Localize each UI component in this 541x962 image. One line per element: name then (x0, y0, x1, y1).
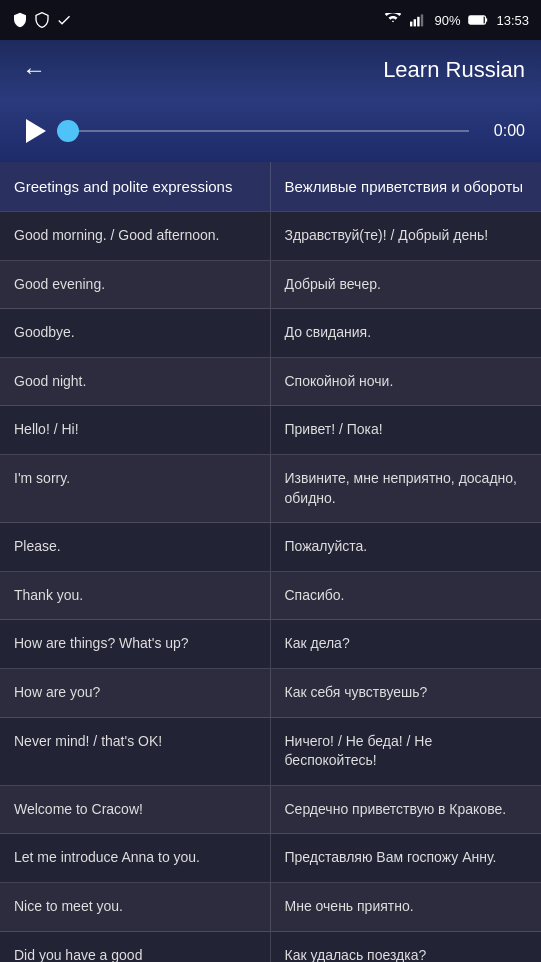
play-icon (26, 119, 46, 143)
progress-line (68, 130, 469, 132)
cell-russian: Спокойной ночи. (271, 358, 542, 406)
table-row[interactable]: How are you?Как себя чувствуешь? (0, 669, 541, 718)
cell-english: Good evening. (0, 261, 271, 309)
cell-english: How are you? (0, 669, 271, 717)
back-arrow-icon: ← (22, 56, 46, 84)
cell-russian: До свидания. (271, 309, 542, 357)
svg-rect-5 (470, 17, 483, 24)
battery-text: 90% (434, 13, 460, 28)
cell-russian: Представляю Вам госпожу Анну. (271, 834, 542, 882)
cell-english: Never mind! / that's OK! (0, 718, 271, 785)
cell-english: How are things? What's up? (0, 620, 271, 668)
svg-rect-3 (421, 14, 423, 26)
cell-russian: Извините, мне неприятно, досадно, обидно… (271, 455, 542, 522)
cell-english: Hello! / Hi! (0, 406, 271, 454)
table-row[interactable]: Never mind! / that's OK!Ничего! / Не бед… (0, 718, 541, 786)
table-header-row: Greetings and polite expressions Вежливы… (0, 162, 541, 212)
shield-icon-1 (12, 12, 28, 28)
signal-icon (410, 13, 426, 27)
table-row[interactable]: Did you have a goodКак удалась поездка? (0, 932, 541, 963)
cell-english: Let me introduce Anna to you. (0, 834, 271, 882)
player-bar: 0:00 (0, 100, 541, 162)
battery-icon (468, 14, 488, 26)
shield-icon-2 (34, 12, 50, 28)
table-row[interactable]: How are things? What's up?Как дела? (0, 620, 541, 669)
cell-russian: Ничего! / Не беда! / Не беспокойтесь! (271, 718, 542, 785)
timer-display: 0:00 (485, 122, 525, 140)
header-cell-en: Greetings and polite expressions (0, 162, 271, 211)
table-row[interactable]: Goodbye.До свидания. (0, 309, 541, 358)
cell-english: Good night. (0, 358, 271, 406)
cell-russian: Здравствуй(те)! / Добрый день! (271, 212, 542, 260)
phrase-table: Greetings and polite expressions Вежливы… (0, 162, 541, 212)
cell-english: Nice to meet you. (0, 883, 271, 931)
cell-english: Welcome to Cracow! (0, 786, 271, 834)
cell-english: Goodbye. (0, 309, 271, 357)
table-row[interactable]: I'm sorry.Извините, мне неприятно, досад… (0, 455, 541, 523)
progress-bar[interactable] (68, 130, 469, 132)
check-icon (56, 12, 72, 28)
cell-english: Did you have a good (0, 932, 271, 963)
status-bar: 90% 13:53 (0, 0, 541, 40)
cell-english: Thank you. (0, 572, 271, 620)
cell-russian: Пожалуйста. (271, 523, 542, 571)
svg-rect-1 (414, 19, 416, 26)
table-row[interactable]: Good night.Спокойной ночи. (0, 358, 541, 407)
play-button[interactable] (16, 113, 52, 149)
status-icons (12, 12, 72, 28)
cell-russian: Спасибо. (271, 572, 542, 620)
cell-russian: Как дела? (271, 620, 542, 668)
cell-english: Good morning. / Good afternoon. (0, 212, 271, 260)
progress-handle[interactable] (57, 120, 79, 142)
table-row[interactable]: Hello! / Hi!Привет! / Пока! (0, 406, 541, 455)
status-right: 90% 13:53 (384, 13, 529, 28)
cell-russian: Как удалась поездка? (271, 932, 542, 963)
app-header: ← Learn Russian (0, 40, 541, 100)
svg-rect-0 (410, 22, 412, 27)
page-title: Learn Russian (383, 57, 525, 83)
cell-russian: Привет! / Пока! (271, 406, 542, 454)
table-row[interactable]: Good morning. / Good afternoon.Здравству… (0, 212, 541, 261)
cell-russian: Как себя чувствуешь? (271, 669, 542, 717)
time-display: 13:53 (496, 13, 529, 28)
svg-rect-2 (418, 17, 420, 27)
phrase-rows: Good morning. / Good afternoon.Здравству… (0, 212, 541, 962)
table-row[interactable]: Thank you.Спасибо. (0, 572, 541, 621)
table-row[interactable]: Nice to meet you.Мне очень приятно. (0, 883, 541, 932)
table-row[interactable]: Let me introduce Anna to you.Представляю… (0, 834, 541, 883)
table-row[interactable]: Good evening.Добрый вечер. (0, 261, 541, 310)
cell-english: I'm sorry. (0, 455, 271, 522)
cell-russian: Сердечно приветствую в Кракове. (271, 786, 542, 834)
wifi-icon (384, 13, 402, 27)
table-row[interactable]: Please.Пожалуйста. (0, 523, 541, 572)
cell-russian: Добрый вечер. (271, 261, 542, 309)
back-button[interactable]: ← (16, 52, 52, 88)
table-row[interactable]: Welcome to Cracow!Сердечно приветствую в… (0, 786, 541, 835)
cell-english: Please. (0, 523, 271, 571)
header-cell-ru: Вежливые приветствия и обороты (271, 162, 542, 211)
cell-russian: Мне очень приятно. (271, 883, 542, 931)
